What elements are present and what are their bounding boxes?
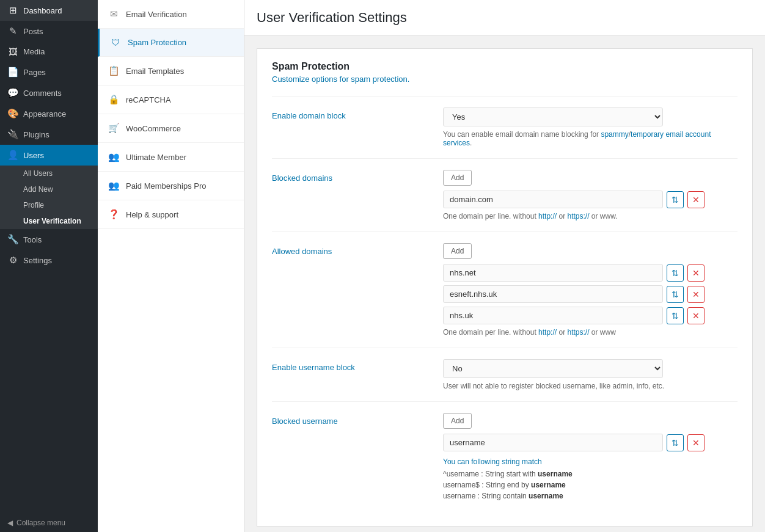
allowed-domain-remove-button-2[interactable]: ✕ [687, 307, 705, 324]
sidebar-item-appearance[interactable]: 🎨 Appearance [0, 103, 98, 124]
sidebar-item-pages[interactable]: 📄 Pages [0, 62, 98, 82]
allowed-domain-row-1: ⇅ ✕ [443, 285, 738, 303]
settings-icon: ⚙ [7, 255, 18, 266]
paid-memberships-icon: 👥 [108, 180, 120, 191]
blocked-username-label: Blocked username [272, 413, 431, 503]
plugin-nav-label: Email Verification [126, 10, 187, 19]
sidebar-label: Appearance [23, 109, 66, 118]
services-link[interactable]: services [443, 139, 470, 147]
tools-icon: 🔧 [7, 234, 18, 245]
collapse-label: Collapse menu [16, 519, 65, 527]
dashboard-icon: ⊞ [7, 5, 18, 16]
enable-domain-block-control: Yes No You can enable email domain name … [443, 107, 738, 147]
enable-username-block-select[interactable]: No Yes [443, 359, 663, 378]
recaptcha-icon: 🔒 [108, 94, 120, 105]
page-title: User Verification Settings [257, 10, 753, 26]
plugin-nav-label: Help & support [126, 210, 178, 219]
plugin-nav-spam-protection[interactable]: 🛡 Spam Protection [98, 29, 244, 57]
allowed-domains-control: Add ⇅ ✕ ⇅ ✕ ⇅ ✕ [443, 243, 738, 337]
plugin-nav-paid-memberships[interactable]: 👥 Paid Memberships Pro [98, 172, 244, 200]
string-match-item-2: username : String contain username [443, 492, 738, 500]
string-match-item-0: ^username : String start with username [443, 470, 738, 478]
enable-domain-block-label: Enable domain block [272, 107, 431, 147]
http-link-allowed[interactable]: http:// [538, 328, 557, 337]
collapse-icon: ◀ [7, 519, 13, 527]
pages-icon: 📄 [7, 67, 18, 78]
blocked-username-input-0[interactable] [443, 434, 663, 451]
section-subtitle: Customize options for spam protection. [272, 75, 738, 84]
collapse-menu[interactable]: ◀ Collapse menu [0, 514, 98, 532]
plugins-icon: 🔌 [7, 129, 18, 140]
string-match-section: You can following string match ^username… [443, 457, 738, 500]
allowed-domain-remove-button-0[interactable]: ✕ [687, 264, 705, 282]
allowed-domain-move-button-1[interactable]: ⇅ [667, 286, 684, 303]
https-link-allowed[interactable]: https:// [567, 328, 589, 337]
allowed-domains-add-button[interactable]: Add [443, 243, 472, 259]
sidebar-item-posts[interactable]: ✎ Posts [0, 21, 98, 42]
blocked-username-row-0: ⇅ ✕ [443, 434, 738, 451]
string-match-item-1: username$ : String end by username [443, 481, 738, 489]
plugin-nav-ultimate-member[interactable]: 👥 Ultimate Member [98, 143, 244, 172]
blocked-username-add-button[interactable]: Add [443, 413, 472, 429]
ultimate-member-icon: 👥 [108, 151, 120, 162]
enable-username-block-row: Enable username block No Yes User will n… [272, 348, 738, 401]
sidebar-item-plugins[interactable]: 🔌 Plugins [0, 124, 98, 145]
sub-item-add-new[interactable]: Add New [0, 181, 98, 197]
http-link-blocked[interactable]: http:// [538, 212, 557, 220]
enable-domain-block-select[interactable]: Yes No [443, 107, 663, 126]
allowed-domains-row: Allowed domains Add ⇅ ✕ ⇅ ✕ [272, 231, 738, 348]
blocked-domain-move-button-0[interactable]: ⇅ [667, 191, 684, 208]
temporary-link[interactable]: temporary email account [631, 130, 711, 139]
allowed-domain-row-2: ⇅ ✕ [443, 307, 738, 324]
plugin-subnav: ✉ Email Verification 🛡 Spam Protection 📋… [98, 0, 244, 532]
blocked-domain-remove-button-0[interactable]: ✕ [687, 191, 705, 208]
plugin-nav-email-verification[interactable]: ✉ Email Verification [98, 0, 244, 29]
plugin-nav-help-support[interactable]: ❓ Help & support [98, 200, 244, 229]
users-submenu: All Users Add New Profile User Verificat… [0, 166, 98, 229]
spammy-link[interactable]: spammy [601, 130, 628, 139]
allowed-domain-move-button-2[interactable]: ⇅ [667, 307, 684, 324]
plugin-nav-email-templates[interactable]: 📋 Email Templates [98, 57, 244, 86]
blocked-domains-label: Blocked domains [272, 170, 431, 220]
enable-username-block-control: No Yes User will not able to register bl… [443, 359, 738, 390]
allowed-domain-remove-button-1[interactable]: ✕ [687, 286, 705, 303]
plugin-nav-recaptcha[interactable]: 🔒 reCAPTCHA [98, 86, 244, 114]
blocked-username-remove-button-0[interactable]: ✕ [687, 434, 705, 451]
allowed-domain-move-button-0[interactable]: ⇅ [667, 264, 684, 282]
allowed-domain-row-0: ⇅ ✕ [443, 264, 738, 282]
blocked-domains-help: One domain per line. without http:// or … [443, 212, 738, 220]
allowed-domain-input-2[interactable] [443, 307, 663, 324]
enable-domain-block-row: Enable domain block Yes No You can enabl… [272, 96, 738, 158]
content-area: Spam Protection Customize options for sp… [244, 36, 765, 532]
blocked-username-control: Add ⇅ ✕ You can following string match ^… [443, 413, 738, 503]
sidebar-item-tools[interactable]: 🔧 Tools [0, 229, 98, 250]
sidebar-item-settings[interactable]: ⚙ Settings [0, 250, 98, 271]
page-header: User Verification Settings [244, 0, 765, 36]
sub-item-profile[interactable]: Profile [0, 197, 98, 213]
plugin-nav-woocommerce[interactable]: 🛒 WooCommerce [98, 114, 244, 143]
comments-icon: 💬 [7, 87, 18, 98]
allowed-domain-input-0[interactable] [443, 264, 663, 282]
sidebar-item-comments[interactable]: 💬 Comments [0, 82, 98, 103]
sidebar-label: Media [23, 47, 45, 56]
blocked-username-move-button-0[interactable]: ⇅ [667, 434, 684, 451]
blocked-domains-add-button[interactable]: Add [443, 170, 472, 186]
email-verification-icon: ✉ [108, 9, 120, 20]
sub-item-all-users[interactable]: All Users [0, 166, 98, 181]
allowed-domain-input-1[interactable] [443, 285, 663, 303]
https-link-blocked[interactable]: https:// [567, 212, 589, 220]
users-icon: 👤 [7, 150, 18, 161]
posts-icon: ✎ [7, 26, 18, 37]
sidebar-item-media[interactable]: 🖼 Media [0, 42, 98, 62]
sidebar-item-dashboard[interactable]: ⊞ Dashboard [0, 0, 98, 21]
sidebar-label: Comments [23, 89, 62, 98]
plugin-nav-label: Ultimate Member [126, 153, 186, 162]
blocked-domains-control: Add ⇅ ✕ One domain per line. without htt… [443, 170, 738, 220]
plugin-nav-label: WooCommerce [126, 124, 181, 133]
blocked-username-row: Blocked username Add ⇅ ✕ You can followi… [272, 401, 738, 514]
blocked-domain-input-0[interactable] [443, 191, 663, 208]
sidebar-item-users[interactable]: 👤 Users [0, 145, 98, 166]
sidebar-label: Settings [23, 256, 52, 265]
sub-item-user-verification[interactable]: User Verification [0, 213, 98, 229]
email-templates-icon: 📋 [108, 65, 120, 76]
